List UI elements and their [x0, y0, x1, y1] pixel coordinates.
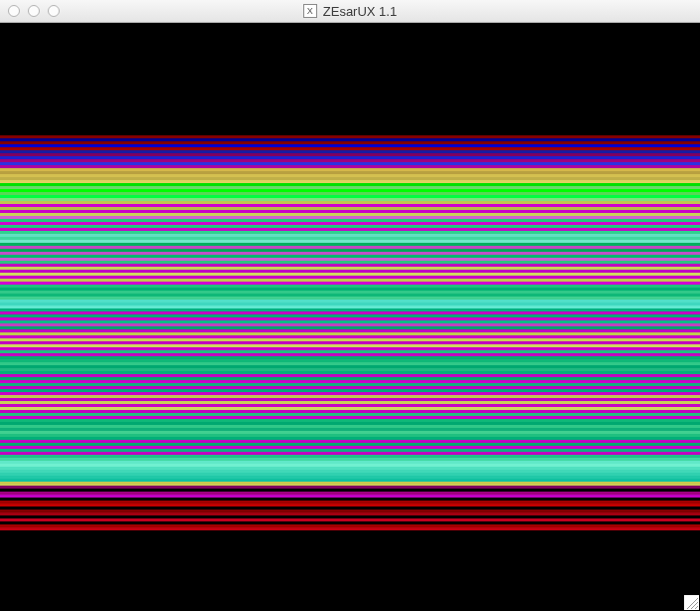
scanline	[0, 527, 700, 530]
title-center: X ZEsarUX 1.1	[0, 4, 700, 19]
x11-icon: X	[303, 4, 317, 18]
window-titlebar[interactable]: X ZEsarUX 1.1	[0, 0, 700, 23]
resize-grip[interactable]	[684, 595, 699, 610]
display-stripes	[0, 168, 700, 488]
emulator-display[interactable]	[0, 23, 700, 611]
window-title: ZEsarUX 1.1	[323, 4, 397, 19]
minimize-button[interactable]	[28, 5, 40, 17]
svg-line-2	[695, 606, 698, 609]
zoom-button[interactable]	[48, 5, 60, 17]
svg-line-1	[691, 602, 698, 609]
traffic-lights	[8, 5, 60, 17]
border-stripes-bottom	[0, 486, 700, 530]
close-button[interactable]	[8, 5, 20, 17]
border-stripes-top	[0, 135, 700, 168]
